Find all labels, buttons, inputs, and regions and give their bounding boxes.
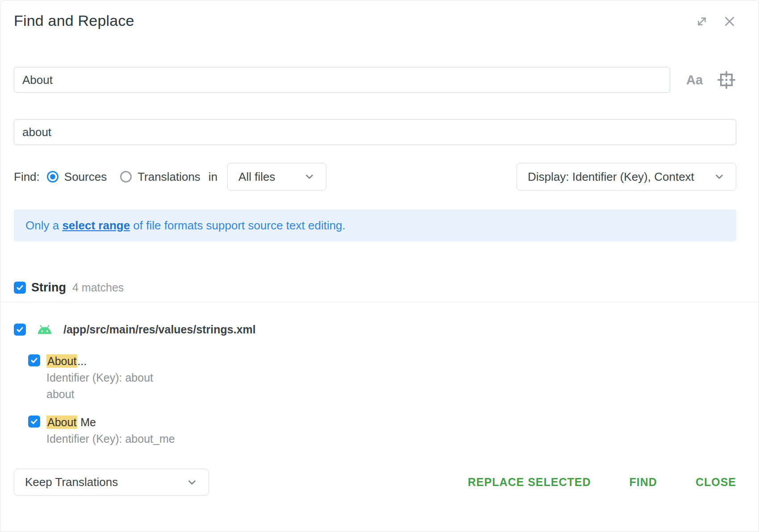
find-label: Find: xyxy=(14,170,40,184)
find-and-replace-dialog: Find and Replace Aa xyxy=(0,0,759,532)
dialog-footer: Keep Translations REPLACE SELECTED FIND … xyxy=(14,469,736,496)
match-row: About Me Identifier (Key): about_me xyxy=(28,414,736,447)
find-button[interactable]: FIND xyxy=(624,471,663,493)
file-checkbox[interactable] xyxy=(14,324,26,336)
match-details: About Me Identifier (Key): about_me xyxy=(46,414,175,447)
match-row: About... Identifier (Key): about about xyxy=(28,353,736,403)
match-case-icon[interactable]: Aa xyxy=(686,74,703,87)
group-match-count: 4 matches xyxy=(72,281,124,294)
chevron-down-icon xyxy=(304,171,315,183)
options-row: Find: Sources Translations in All files … xyxy=(14,163,736,191)
sources-label[interactable]: Sources xyxy=(64,170,107,184)
match-context: about xyxy=(46,386,153,403)
search-row: Aa xyxy=(14,29,736,93)
keep-translations-select[interactable]: Keep Translations xyxy=(14,469,209,496)
selection-frame-icon[interactable] xyxy=(717,71,736,89)
group-label: String xyxy=(31,281,66,295)
in-label: in xyxy=(209,170,217,184)
expand-icon[interactable] xyxy=(695,15,709,28)
divider xyxy=(0,302,759,302)
string-group-row: String 4 matches xyxy=(14,281,736,295)
android-icon xyxy=(37,324,53,336)
select-range-link[interactable]: select range xyxy=(62,219,130,232)
display-select[interactable]: Display: Identifier (Key), Context xyxy=(517,163,736,191)
info-banner: Only a select range of file formats supp… xyxy=(14,209,736,241)
file-row: /app/src/main/res/values/strings.xml xyxy=(14,323,736,336)
match-identifier: Identifier (Key): about_me xyxy=(46,431,175,447)
chevron-down-icon xyxy=(186,477,198,488)
file-scope-select[interactable]: All files xyxy=(227,163,326,191)
match-details: About... Identifier (Key): about about xyxy=(46,353,153,403)
banner-text-prefix: Only a xyxy=(25,219,62,232)
match-text: About... xyxy=(46,353,153,370)
file-scope-value: All files xyxy=(238,170,275,184)
translations-label[interactable]: Translations xyxy=(138,170,200,184)
dialog-header: Find and Replace xyxy=(14,12,736,29)
banner-text-suffix: of file formats support source text edit… xyxy=(130,219,346,232)
match-text: About Me xyxy=(46,414,175,431)
match-text-rest: Me xyxy=(77,416,96,428)
footer-buttons: REPLACE SELECTED FIND CLOSE xyxy=(463,471,736,493)
match-checkbox[interactable] xyxy=(28,354,40,366)
match-checkbox[interactable] xyxy=(28,416,40,428)
match-identifier: Identifier (Key): about xyxy=(46,370,153,386)
sources-radio[interactable] xyxy=(47,171,58,183)
keep-translations-value: Keep Translations xyxy=(25,475,118,489)
replace-selected-button[interactable]: REPLACE SELECTED xyxy=(463,471,596,493)
display-value: Display: Identifier (Key), Context xyxy=(528,170,694,184)
highlighted-text: About xyxy=(46,416,77,429)
file-path: /app/src/main/res/values/strings.xml xyxy=(63,323,256,336)
header-actions xyxy=(695,12,736,28)
highlighted-text: About xyxy=(46,354,77,368)
match-text-rest: ... xyxy=(77,355,87,367)
replace-input[interactable] xyxy=(14,119,736,145)
string-group-checkbox[interactable] xyxy=(14,282,26,294)
search-options: Aa xyxy=(686,71,736,89)
dialog-title: Find and Replace xyxy=(14,12,134,29)
close-button[interactable]: CLOSE xyxy=(690,471,742,493)
translations-radio[interactable] xyxy=(120,171,132,183)
search-input[interactable] xyxy=(14,67,670,93)
close-icon[interactable] xyxy=(723,15,736,28)
chevron-down-icon xyxy=(713,171,725,183)
